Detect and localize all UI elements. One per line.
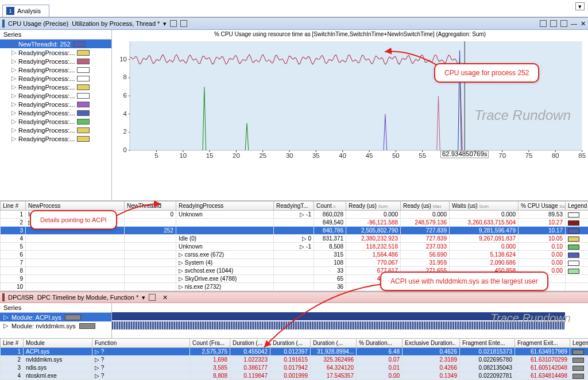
series-item[interactable]: ▷ReadyingProcess:... <box>0 91 111 100</box>
series-item[interactable]: ▷ReadyingProcess:... <box>0 74 111 83</box>
expand-icon[interactable]: ▷ <box>11 135 16 142</box>
view-table-icon[interactable] <box>550 20 557 27</box>
module-series-item[interactable]: ▷Module: ACPI.sys <box>0 313 111 321</box>
column-header[interactable]: Ready (us) Sum <box>346 201 401 211</box>
color-swatch <box>77 67 90 73</box>
annotation-cpu-252: CPU usage for process 252 <box>434 63 539 83</box>
series-item[interactable]: ▷ReadyingProcess:... <box>0 57 111 65</box>
table-row[interactable]: 5Unknown▷ -18,508118,232.518237.0330.000… <box>1 243 589 251</box>
table-row[interactable]: 6▷ csrss.exe (672) 3151,564.48656.6905,1… <box>1 251 589 259</box>
close-icon[interactable]: ✕ <box>581 20 586 28</box>
module-series-item[interactable]: ▷Module: nvlddmkm.sys <box>0 321 111 330</box>
series-item[interactable]: ▷ReadyingProcess:... <box>0 100 111 108</box>
column-header[interactable]: Count c <box>314 201 346 211</box>
module-label: Module: nvlddmkm.sys <box>11 323 76 329</box>
column-header[interactable]: Legend <box>570 339 589 348</box>
dpc-timeline[interactable]: Trace Rundown <box>112 303 588 338</box>
view-graph-icon[interactable] <box>540 20 547 27</box>
color-swatch <box>77 76 90 82</box>
table-row[interactable]: 4Idle (0)▷ 0831,3712,380,232.923727.8399… <box>1 235 589 243</box>
column-header[interactable]: NewThreadId <box>125 201 176 211</box>
cpu-panel-title: CPU Usage (Precise) <box>8 20 68 27</box>
column-header[interactable]: Fragment Exit... <box>515 339 570 348</box>
column-header[interactable]: % CPU Usage Sum <box>519 201 566 211</box>
collapse-marker-icon[interactable] <box>2 20 5 28</box>
view-both-icon[interactable] <box>560 20 567 27</box>
tab-label: Analysis <box>17 7 41 14</box>
column-header[interactable]: Duration (... <box>270 339 311 348</box>
column-header[interactable]: ReadyingProcess <box>176 201 274 211</box>
chart-title: % CPU Usage using resource time as [Swit… <box>112 30 588 38</box>
expand-icon[interactable]: ▷ <box>11 66 16 73</box>
expand-icon[interactable]: ▷ <box>3 322 8 329</box>
svg-text:40: 40 <box>339 152 346 159</box>
column-header[interactable]: Duration (... <box>311 339 357 348</box>
column-header[interactable]: Line # <box>1 339 24 348</box>
column-header[interactable]: Count (Fra... <box>190 339 230 348</box>
dpc-title: DPC/ISR <box>8 294 34 301</box>
expand-icon[interactable]: ▷ <box>11 92 16 99</box>
expand-icon[interactable]: ▷ <box>11 75 16 82</box>
series-item[interactable]: ▷ReadyingProcess:... <box>0 65 111 74</box>
svg-text:6: 6 <box>123 92 127 99</box>
filter-icon[interactable] <box>180 20 187 27</box>
column-header[interactable]: ReadyingT... <box>274 201 314 211</box>
table-row[interactable]: 1ACPI.sys▷ ?2,575,3750.4550420.01239731,… <box>1 348 589 356</box>
series-item[interactable]: ▷NewThreadId: 252 <box>0 40 111 48</box>
column-header[interactable]: Ready (us) Max <box>401 201 450 211</box>
column-header[interactable]: Fragment Ente... <box>460 339 515 348</box>
cpu-panel-subtitle[interactable]: Utilization by Process, Thread * <box>72 20 160 27</box>
overflow-dropdown[interactable]: ▾ <box>575 2 585 10</box>
column-header[interactable]: Function <box>92 339 190 348</box>
expand-icon[interactable]: ▷ <box>11 40 16 48</box>
dpc-data-table[interactable]: Line #ModuleFunctionCount (Fra...Duratio… <box>0 338 588 380</box>
column-header[interactable]: Legend <box>566 201 589 211</box>
expand-icon[interactable]: ▷ <box>11 118 16 125</box>
svg-text:70: 70 <box>498 152 506 159</box>
chevron-down-icon[interactable]: ▾ <box>163 20 167 28</box>
series-item[interactable]: ▷ReadyingProcess:... <box>0 126 111 134</box>
expand-icon[interactable]: ▷ <box>11 100 16 108</box>
expand-icon[interactable]: ▷ <box>11 109 16 117</box>
chevron-down-icon[interactable]: ▾ <box>142 294 145 301</box>
config-icon[interactable] <box>149 294 156 301</box>
expand-icon[interactable]: ▷ <box>11 126 16 134</box>
series-label: ReadyingProcess:... <box>18 58 75 65</box>
config-icon[interactable] <box>170 20 177 27</box>
table-row[interactable]: 3ndis.sys▷ ?3,5850.3861770.01794264.3241… <box>1 364 589 372</box>
dpc-subtitle[interactable]: DPC Timeline by Module, Function * <box>37 294 139 301</box>
svg-text:55: 55 <box>419 152 426 159</box>
column-header[interactable]: % Duration... <box>357 339 403 348</box>
cpu-chart[interactable]: % CPU Usage using resource time as [Swit… <box>112 30 588 200</box>
series-item[interactable]: ▷ReadyingProcess:... <box>0 117 111 126</box>
series-item[interactable]: ▷ReadyingProcess:... <box>0 108 111 117</box>
tab-bar: 1 Analysis ▾ <box>0 0 588 17</box>
minimize-icon[interactable]: — <box>571 20 577 27</box>
table-row[interactable]: 7▷ System (4) 108770.06731.9592,090.6860… <box>1 259 589 267</box>
series-item[interactable]: ▷ReadyingProcess:... <box>0 83 111 91</box>
column-header[interactable]: NewProcess <box>26 201 125 211</box>
expand-icon[interactable]: ▷ <box>11 49 16 56</box>
column-header[interactable]: Waits (us) Sum <box>450 201 519 211</box>
column-header[interactable]: Module <box>24 339 92 348</box>
collapse-marker-icon[interactable] <box>2 293 5 301</box>
column-header[interactable]: Duration (... <box>230 339 270 348</box>
series-item[interactable]: ▷ReadyingProcess:... <box>0 134 111 143</box>
dpc-panel-header: DPC/ISR DPC Timeline by Module, Function… <box>0 292 588 303</box>
expand-icon[interactable]: ▷ <box>11 83 16 91</box>
expand-icon[interactable]: ▷ <box>3 313 8 321</box>
column-header[interactable]: Exclusive Duration.. <box>403 339 460 348</box>
svg-text:25: 25 <box>259 152 266 159</box>
tab-analysis[interactable]: 1 Analysis <box>2 5 49 17</box>
expand-icon[interactable]: ▷ <box>11 57 16 65</box>
column-header[interactable]: Line # <box>1 201 26 211</box>
table-row[interactable]: 2nvlddmkm.sys▷ ?1,6981.0223230.191615325… <box>1 356 589 364</box>
table-row[interactable]: 4ntoskrnl.exe▷ ?8,8080.1198470.00199917.… <box>1 372 589 380</box>
svg-text:8: 8 <box>123 74 127 81</box>
series-label: ReadyingProcess:... <box>18 110 75 117</box>
series-label: ReadyingProcess:... <box>18 127 75 134</box>
series-item[interactable]: ▷ReadyingProcess:... <box>0 48 111 57</box>
series-label: ReadyingProcess:... <box>18 118 75 125</box>
svg-text:80: 80 <box>552 152 559 159</box>
close-icon[interactable]: ✕ <box>163 294 168 301</box>
